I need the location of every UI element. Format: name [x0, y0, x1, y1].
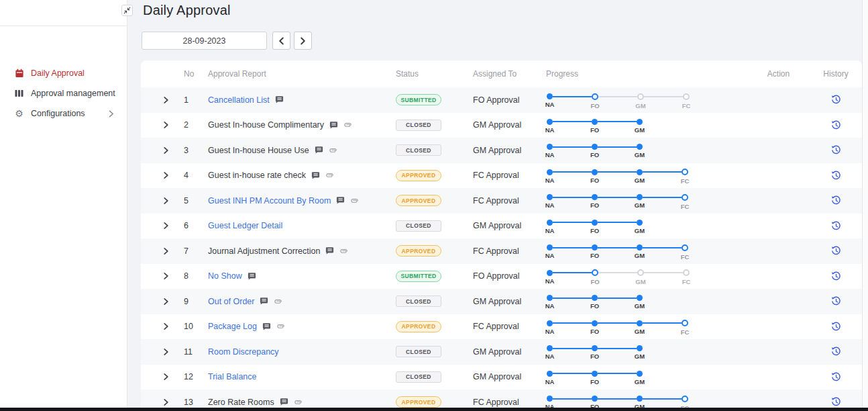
history-icon[interactable]: [831, 322, 841, 332]
history-icon[interactable]: [831, 120, 841, 130]
status-badge: CLOSED: [396, 371, 441, 383]
history-icon[interactable]: [831, 171, 841, 181]
comment-icon[interactable]: [262, 322, 271, 331]
expand-chevron-icon[interactable]: [163, 121, 169, 129]
comment-icon[interactable]: [325, 246, 334, 255]
next-day-button[interactable]: [294, 32, 312, 50]
sidebar-item-approval-management[interactable]: Approval management: [0, 83, 127, 103]
status-badge: CLOSED: [396, 120, 441, 131]
assigned-to: FC Approval: [471, 196, 546, 205]
assigned-to: FO Approval: [471, 271, 546, 281]
report-link[interactable]: No Show: [208, 271, 242, 281]
history-icon[interactable]: [831, 397, 841, 407]
status-badge: APPROVED: [396, 195, 441, 206]
comment-icon[interactable]: [311, 171, 320, 180]
assigned-to: FC Approval: [471, 171, 546, 180]
expand-chevron-icon[interactable]: [163, 146, 169, 154]
expand-chevron-icon[interactable]: [163, 96, 169, 104]
comment-icon[interactable]: [275, 95, 284, 104]
chevron-left-icon: [278, 37, 284, 45]
expand-chevron-icon[interactable]: [163, 171, 169, 179]
history-icon[interactable]: [831, 195, 841, 205]
report-link[interactable]: Trial Balance: [208, 372, 257, 381]
report-link[interactable]: Room Discrepancy: [208, 347, 279, 357]
history-icon[interactable]: [831, 296, 841, 306]
sidebar-collapse-button[interactable]: [121, 5, 133, 16]
assigned-to: FO Approval: [471, 95, 546, 105]
calendar-icon: [14, 68, 24, 78]
history-icon[interactable]: [831, 246, 841, 256]
progress-stepper: NAFOGM: [547, 144, 747, 150]
status-badge: APPROVED: [396, 321, 441, 332]
history-icon[interactable]: [831, 347, 841, 357]
expand-chevron-icon[interactable]: [163, 398, 169, 406]
attachment-paperclip-icon[interactable]: [339, 248, 348, 255]
attachment-paperclip-icon[interactable]: [329, 147, 337, 154]
history-icon[interactable]: [831, 271, 841, 281]
sidebar-item-daily-approval[interactable]: Daily Approval: [0, 63, 127, 83]
table-body: 1 Cancellation List SUBMITTED FO Approva…: [141, 87, 862, 411]
report-link[interactable]: Out of Order: [208, 297, 254, 306]
expand-chevron-icon[interactable]: [163, 247, 169, 255]
history-icon[interactable]: [831, 145, 841, 155]
history-icon[interactable]: [831, 95, 841, 105]
attachment-paperclip-icon[interactable]: [343, 122, 352, 128]
expand-chevron-icon[interactable]: [163, 298, 169, 306]
table-row: 2 Guest In-house Complimentary CLOSED GM…: [141, 113, 862, 138]
history-icon[interactable]: [831, 372, 841, 382]
table-row: 11 Room Discrepancy CLOSED GM Approval N…: [141, 339, 862, 365]
comment-icon[interactable]: [329, 121, 338, 130]
status-badge: APPROVED: [396, 396, 441, 408]
status-badge: SUBMITTED: [396, 271, 441, 282]
progress-stepper: NAFOGM: [547, 119, 747, 125]
expand-chevron-icon[interactable]: [163, 348, 169, 356]
expand-chevron-icon[interactable]: [163, 272, 169, 280]
assigned-to: GM Approval: [471, 347, 546, 357]
comment-icon[interactable]: [315, 146, 323, 154]
table-row: 3 Guest In-house House Use CLOSED GM App…: [141, 138, 862, 163]
sidebar-item-configurations[interactable]: ⚙ Configurations: [0, 103, 127, 124]
assigned-to: GM Approval: [471, 146, 546, 155]
status-badge: CLOSED: [396, 295, 441, 307]
report-link[interactable]: Package Log: [208, 322, 257, 331]
column-header-no: No: [184, 69, 208, 79]
expand-chevron-icon[interactable]: [163, 197, 169, 205]
history-icon[interactable]: [831, 221, 841, 231]
row-number: 2: [184, 120, 208, 130]
assigned-to: GM Approval: [471, 297, 546, 306]
table-row: 4 Guest in-house rate check APPROVED FC …: [141, 163, 862, 189]
approval-table-card: No Approval Report Status Assigned To Pr…: [141, 60, 862, 411]
table-row: 10 Package Log APPROVED FC Approval NAFO…: [141, 314, 862, 340]
report-name: Journal Adjustment Correction: [208, 246, 320, 256]
expand-chevron-icon[interactable]: [163, 373, 169, 381]
row-number: 4: [184, 171, 208, 180]
comment-icon[interactable]: [280, 398, 288, 406]
comment-icon[interactable]: [336, 196, 345, 205]
report-link[interactable]: Guest INH PM Account By Room: [208, 196, 331, 205]
progress-stepper: NAFOGMFC: [547, 396, 747, 402]
table-row: 9 Out of Order CLOSED GM Approval NAFOGM: [141, 289, 862, 314]
attachment-paperclip-icon[interactable]: [294, 399, 303, 406]
table-row: 12 Trial Balance CLOSED GM Approval NAFO…: [141, 365, 862, 390]
report-link[interactable]: Guest Ledger Detail: [208, 221, 282, 230]
expand-chevron-icon[interactable]: [163, 322, 169, 330]
comment-icon[interactable]: [260, 297, 268, 306]
comment-icon[interactable]: [248, 272, 256, 281]
prev-day-button[interactable]: [272, 32, 290, 50]
table-row: 5 Guest INH PM Account By Room APPROVED …: [141, 188, 862, 214]
date-input[interactable]: [142, 32, 267, 50]
row-number: 9: [184, 297, 208, 306]
attachment-paperclip-icon[interactable]: [350, 197, 359, 204]
expand-chevron-icon[interactable]: [163, 222, 169, 230]
scrollbar[interactable]: [862, 0, 868, 411]
column-header-progress: Progress: [546, 69, 747, 79]
column-header-action: Action: [747, 69, 810, 79]
attachment-paperclip-icon[interactable]: [325, 172, 334, 179]
attachment-paperclip-icon[interactable]: [274, 298, 282, 305]
progress-stepper: NAFOGMFC: [547, 93, 747, 100]
report-link[interactable]: Cancellation List: [208, 95, 270, 105]
report-name: Guest In-house Complimentary: [208, 120, 324, 130]
row-number: 12: [184, 372, 208, 381]
attachment-paperclip-icon[interactable]: [276, 323, 285, 330]
row-number: 1: [184, 95, 208, 105]
